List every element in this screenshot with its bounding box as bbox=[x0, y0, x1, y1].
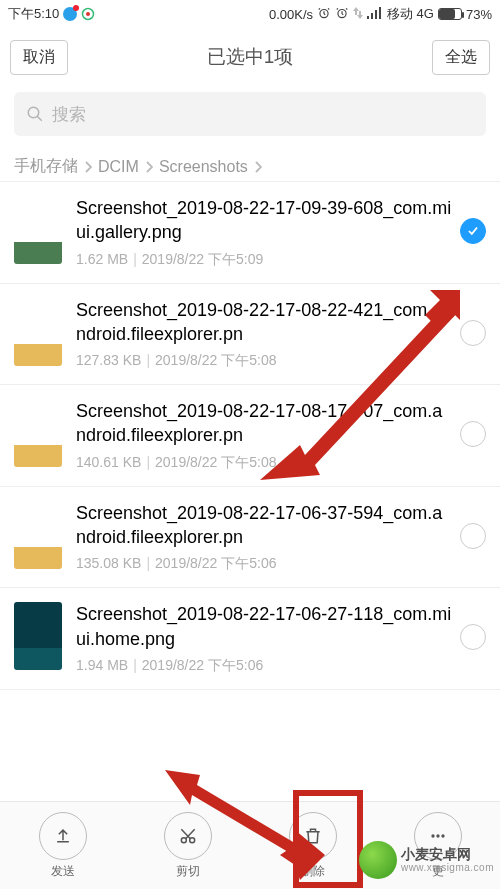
svg-point-10 bbox=[189, 837, 194, 842]
svg-rect-7 bbox=[379, 7, 381, 19]
list-item[interactable]: Screenshot_2019-08-22-17-08-22-421_com.a… bbox=[0, 284, 500, 386]
file-date: 2019/8/22 下午5:08 bbox=[155, 352, 276, 368]
file-meta: 1.94 MB|2019/8/22 下午5:06 bbox=[76, 657, 452, 675]
battery-percent: 73% bbox=[466, 7, 492, 22]
cut-icon bbox=[164, 812, 212, 860]
delete-icon bbox=[289, 812, 337, 860]
more-label: 更 bbox=[432, 863, 444, 880]
list-item[interactable]: Screenshot_2019-08-22-17-08-17-707_com.a… bbox=[0, 385, 500, 487]
search-field[interactable]: 搜索 bbox=[14, 92, 486, 136]
battery-level bbox=[439, 9, 455, 19]
send-label: 发送 bbox=[51, 863, 75, 880]
crumb-storage[interactable]: 手机存储 bbox=[14, 156, 78, 177]
selection-checkbox[interactable] bbox=[460, 421, 486, 447]
file-name: Screenshot_2019-08-22-17-06-27-118_com.m… bbox=[76, 602, 452, 651]
status-left: 下午5:10 bbox=[8, 5, 95, 23]
file-thumbnail bbox=[14, 399, 62, 467]
file-info: Screenshot_2019-08-22-17-08-22-421_com.a… bbox=[76, 298, 452, 371]
select-all-button[interactable]: 全选 bbox=[432, 40, 490, 75]
list-item[interactable]: Screenshot_2019-08-22-17-09-39-608_com.m… bbox=[0, 182, 500, 284]
status-time: 下午5:10 bbox=[8, 5, 59, 23]
status-bar: 下午5:10 0.00K/s 移动 4G 73% bbox=[0, 0, 500, 28]
selection-checkbox[interactable] bbox=[460, 523, 486, 549]
chevron-right-icon bbox=[145, 161, 153, 173]
file-meta: 135.08 KB|2019/8/22 下午5:06 bbox=[76, 555, 452, 573]
file-name: Screenshot_2019-08-22-17-06-37-594_com.a… bbox=[76, 501, 452, 550]
svg-rect-5 bbox=[371, 13, 373, 19]
file-info: Screenshot_2019-08-22-17-06-37-594_com.a… bbox=[76, 501, 452, 574]
chevron-right-icon bbox=[84, 161, 92, 173]
crumb-screenshots[interactable]: Screenshots bbox=[159, 158, 248, 176]
alarm-icon-2 bbox=[335, 6, 349, 23]
signal-icon bbox=[367, 7, 383, 22]
svg-point-1 bbox=[86, 12, 90, 16]
list-item[interactable]: Screenshot_2019-08-22-17-06-27-118_com.m… bbox=[0, 588, 500, 690]
svg-point-11 bbox=[431, 834, 434, 837]
app-notification-icon bbox=[81, 7, 95, 21]
delete-label: 删除 bbox=[301, 863, 325, 880]
battery-icon bbox=[438, 8, 462, 20]
cut-label: 剪切 bbox=[176, 863, 200, 880]
file-date: 2019/8/22 下午5:08 bbox=[155, 454, 276, 470]
file-meta: 127.83 KB|2019/8/22 下午5:08 bbox=[76, 352, 452, 370]
qq-notification-icon bbox=[63, 7, 77, 21]
file-date: 2019/8/22 下午5:06 bbox=[142, 657, 263, 673]
svg-point-12 bbox=[436, 834, 439, 837]
file-size: 135.08 KB bbox=[76, 555, 141, 571]
status-right: 0.00K/s 移动 4G 73% bbox=[269, 5, 492, 23]
file-thumbnail bbox=[14, 602, 62, 670]
cut-action[interactable]: 剪切 bbox=[164, 812, 212, 880]
bottom-action-bar: 发送 剪切 删除 更 bbox=[0, 801, 500, 889]
selection-checkbox[interactable] bbox=[460, 624, 486, 650]
svg-point-8 bbox=[28, 107, 39, 118]
more-action[interactable]: 更 bbox=[414, 812, 462, 880]
file-meta: 140.61 KB|2019/8/22 下午5:08 bbox=[76, 454, 452, 472]
selection-checkbox[interactable] bbox=[460, 218, 486, 244]
file-size: 127.83 KB bbox=[76, 352, 141, 368]
svg-point-13 bbox=[441, 834, 444, 837]
cancel-button[interactable]: 取消 bbox=[10, 40, 68, 75]
delete-action[interactable]: 删除 bbox=[289, 812, 337, 880]
file-date: 2019/8/22 下午5:09 bbox=[142, 251, 263, 267]
file-thumbnail bbox=[14, 501, 62, 569]
file-date: 2019/8/22 下午5:06 bbox=[155, 555, 276, 571]
send-action[interactable]: 发送 bbox=[39, 812, 87, 880]
file-size: 140.61 KB bbox=[76, 454, 141, 470]
selection-title: 已选中1项 bbox=[68, 44, 432, 70]
file-list: Screenshot_2019-08-22-17-09-39-608_com.m… bbox=[0, 181, 500, 690]
file-info: Screenshot_2019-08-22-17-09-39-608_com.m… bbox=[76, 196, 452, 269]
list-item[interactable]: Screenshot_2019-08-22-17-06-37-594_com.a… bbox=[0, 487, 500, 589]
search-icon bbox=[26, 105, 44, 123]
file-info: Screenshot_2019-08-22-17-06-27-118_com.m… bbox=[76, 602, 452, 675]
carrier-label: 移动 4G bbox=[387, 5, 434, 23]
file-size: 1.62 MB bbox=[76, 251, 128, 267]
breadcrumb: 手机存储 DCIM Screenshots bbox=[0, 146, 500, 181]
file-name: Screenshot_2019-08-22-17-09-39-608_com.m… bbox=[76, 196, 452, 245]
file-name: Screenshot_2019-08-22-17-08-17-707_com.a… bbox=[76, 399, 452, 448]
file-thumbnail bbox=[14, 196, 62, 264]
chevron-right-icon bbox=[254, 161, 262, 173]
data-transfer-icon bbox=[353, 6, 363, 23]
selection-checkbox[interactable] bbox=[460, 320, 486, 346]
svg-rect-6 bbox=[375, 10, 377, 19]
file-info: Screenshot_2019-08-22-17-08-17-707_com.a… bbox=[76, 399, 452, 472]
alarm-icon bbox=[317, 6, 331, 23]
net-speed: 0.00K/s bbox=[269, 7, 313, 22]
svg-point-9 bbox=[181, 837, 186, 842]
file-thumbnail bbox=[14, 298, 62, 366]
svg-rect-4 bbox=[367, 16, 369, 19]
crumb-dcim[interactable]: DCIM bbox=[98, 158, 139, 176]
file-size: 1.94 MB bbox=[76, 657, 128, 673]
file-meta: 1.62 MB|2019/8/22 下午5:09 bbox=[76, 251, 452, 269]
search-placeholder: 搜索 bbox=[52, 103, 86, 126]
file-name: Screenshot_2019-08-22-17-08-22-421_com.a… bbox=[76, 298, 452, 347]
selection-top-bar: 取消 已选中1项 全选 bbox=[0, 28, 500, 86]
send-icon bbox=[39, 812, 87, 860]
more-icon bbox=[414, 812, 462, 860]
